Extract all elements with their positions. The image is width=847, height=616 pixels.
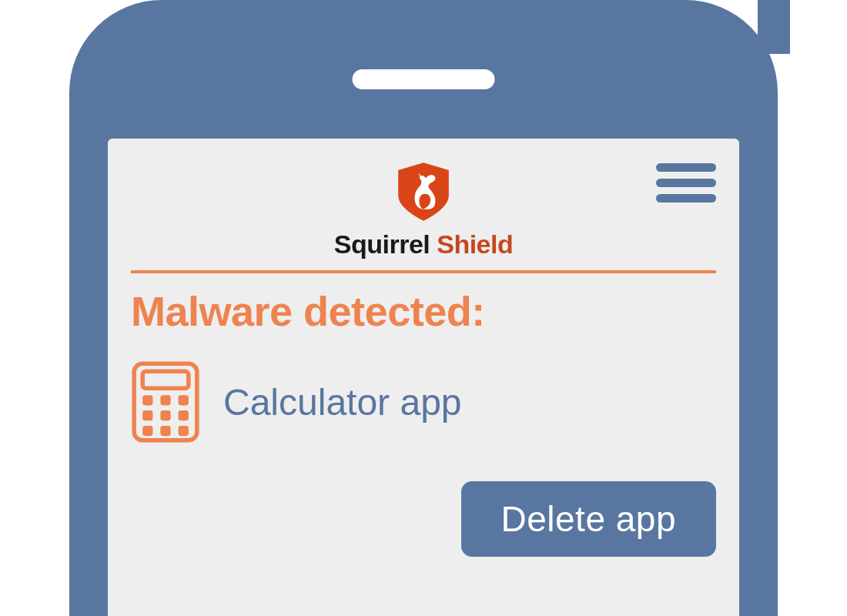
svg-rect-11 [179, 426, 189, 436]
app-logo: Squirrel Shield [334, 160, 513, 259]
app-header: Squirrel Shield [131, 160, 716, 270]
alert-heading: Malware detected: [131, 287, 716, 335]
menu-icon[interactable] [656, 163, 716, 203]
svg-rect-4 [160, 395, 170, 405]
detected-item: Calculator app [131, 361, 716, 443]
app-title: Squirrel Shield [334, 229, 513, 259]
svg-rect-5 [179, 395, 189, 405]
calculator-icon [131, 361, 200, 443]
phone-speaker [353, 69, 495, 89]
phone-frame: Squirrel Shield Malware detected: [69, 0, 778, 616]
app-title-part1: Squirrel [334, 229, 430, 259]
svg-rect-9 [142, 426, 152, 436]
svg-rect-8 [179, 410, 189, 420]
detected-item-name: Calculator app [223, 381, 462, 424]
delete-app-button[interactable]: Delete app [461, 481, 717, 557]
svg-rect-10 [160, 426, 170, 436]
svg-point-0 [421, 178, 424, 180]
svg-rect-3 [142, 395, 152, 405]
app-title-part2: Shield [437, 229, 513, 259]
phone-power-button [758, 0, 790, 54]
svg-rect-2 [142, 371, 189, 388]
svg-rect-6 [142, 410, 152, 420]
shield-icon [392, 160, 455, 223]
header-divider [131, 270, 716, 273]
app-screen: Squirrel Shield Malware detected: [108, 139, 739, 616]
svg-rect-7 [160, 410, 170, 420]
